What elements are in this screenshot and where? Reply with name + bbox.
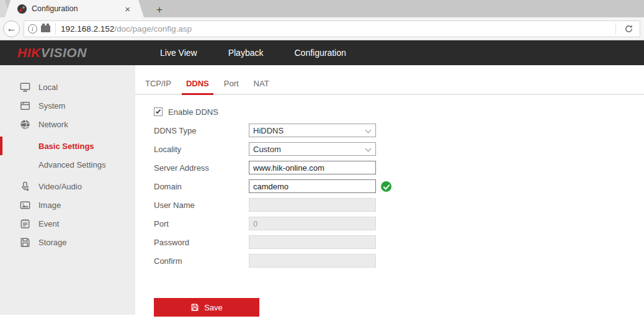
tab-port[interactable]: Port <box>217 74 246 94</box>
tab-title: Configuration <box>32 4 122 13</box>
sidebar-item-label: Video/Audio <box>38 182 82 191</box>
password-row: Password <box>154 235 644 249</box>
port-label: Port <box>154 219 249 228</box>
sidebar-item-label: Image <box>38 201 61 210</box>
back-button[interactable]: ← <box>3 20 20 37</box>
sidebar-item-label: Network <box>38 120 68 129</box>
new-tab-button[interactable]: + <box>150 3 169 17</box>
divider <box>615 23 616 35</box>
app-header: HIKVISION Live View Playback Configurati… <box>0 40 644 65</box>
sidebar-item-video-audio[interactable]: Video/Audio <box>0 177 135 196</box>
content-panel: TCP/IP DDNS Port NAT Enable DDNS DDNS Ty… <box>135 65 644 317</box>
save-disk-icon <box>190 303 199 312</box>
browser-toolbar: ← i 192.168.2.152/doc/page/config.asp <box>0 17 644 40</box>
image-icon <box>19 199 31 211</box>
tab-tcpip[interactable]: TCP/IP <box>138 74 179 94</box>
sidebar-item-label: Basic Settings <box>38 142 94 151</box>
user-name-input <box>249 198 376 212</box>
save-button[interactable]: Save <box>154 298 259 317</box>
user-name-row: User Name <box>154 198 644 212</box>
hikvision-logo: HIKVISION <box>0 45 143 60</box>
reload-button[interactable] <box>621 21 636 36</box>
sidebar-item-network[interactable]: Network <box>0 115 135 133</box>
logo-primary: HIK <box>17 45 41 60</box>
sidebar-item-label: Event <box>38 219 59 228</box>
camera-permission-icon[interactable] <box>41 25 50 32</box>
sidebar-item-advanced-settings[interactable]: Advanced Settings <box>0 155 135 174</box>
ddns-type-select[interactable]: HiDDNS <box>249 124 376 137</box>
sidebar-item-basic-settings[interactable]: Basic Settings <box>0 137 135 155</box>
locality-row: Locality Custom <box>154 142 644 156</box>
favicon-camera-icon <box>17 4 27 14</box>
globe-icon <box>19 118 31 130</box>
server-address-row: Server Address <box>154 161 644 174</box>
locality-value: Custom <box>253 145 281 154</box>
server-address-input[interactable] <box>249 161 376 174</box>
port-row: Port <box>154 217 644 230</box>
browser-window: Configuration × + ← i 192.168.2.152/doc/… <box>0 0 644 334</box>
main-area: Local System <box>0 65 644 317</box>
sidebar-item-label: System <box>38 101 65 111</box>
checkmark-icon <box>156 109 161 114</box>
logo-secondary: VISION <box>41 45 87 60</box>
sidebar-item-label: Advanced Settings <box>38 160 105 169</box>
sidebar: Local System <box>0 65 135 315</box>
url-host: 192.168.2.152 <box>61 24 114 34</box>
enable-ddns-label: Enable DDNS <box>168 107 218 117</box>
chevron-down-icon <box>365 127 372 133</box>
tab-close-icon[interactable]: × <box>122 3 133 15</box>
ddns-type-label: DDNS Type <box>154 126 249 135</box>
ddns-form: Enable DDNS DDNS Type HiDDNS Locality Cu… <box>135 95 644 317</box>
domain-input[interactable] <box>249 179 376 193</box>
save-button-label: Save <box>204 303 223 312</box>
locality-select[interactable]: Custom <box>249 142 376 156</box>
tab-nat[interactable]: NAT <box>246 74 277 94</box>
url-text[interactable]: 192.168.2.152/doc/page/config.asp <box>61 24 192 34</box>
nav-configuration[interactable]: Configuration <box>294 48 346 58</box>
site-info-icon[interactable]: i <box>28 24 37 34</box>
domain-label: Domain <box>154 182 249 191</box>
event-icon <box>19 217 31 230</box>
top-navigation: Live View Playback Configuration <box>160 48 346 58</box>
ddns-type-value: HiDDNS <box>253 126 284 135</box>
window-icon <box>19 99 31 112</box>
sidebar-item-local[interactable]: Local <box>0 78 135 96</box>
domain-row: Domain <box>154 179 644 193</box>
tab-ddns[interactable]: DDNS <box>179 74 217 94</box>
confirm-row: Confirm <box>154 254 644 268</box>
settings-tabbar: TCP/IP DDNS Port NAT <box>135 74 644 95</box>
reload-icon <box>624 24 633 34</box>
server-address-label: Server Address <box>154 163 249 173</box>
confirm-label: Confirm <box>154 256 249 266</box>
sidebar-item-storage[interactable]: Storage <box>0 233 135 251</box>
microphone-icon <box>19 180 31 192</box>
enable-ddns-row: Enable DDNS <box>154 105 644 119</box>
confirm-input <box>249 254 376 268</box>
ddns-type-row: DDNS Type HiDDNS <box>154 124 644 137</box>
sidebar-item-label: Local <box>38 83 58 92</box>
sidebar-item-image[interactable]: Image <box>0 196 135 214</box>
address-bar[interactable]: i 192.168.2.152/doc/page/config.asp <box>24 20 640 37</box>
storage-icon <box>19 236 31 248</box>
user-name-label: User Name <box>154 201 249 210</box>
nav-playback[interactable]: Playback <box>228 48 264 58</box>
enable-ddns-checkbox[interactable] <box>154 107 163 116</box>
locality-label: Locality <box>154 145 249 154</box>
browser-tab[interactable]: Configuration × <box>5 0 144 17</box>
password-input <box>249 235 376 249</box>
sidebar-item-label: Storage <box>38 238 67 247</box>
port-input <box>249 217 376 230</box>
sidebar-item-system[interactable]: System <box>0 96 135 115</box>
valid-check-icon <box>381 181 391 192</box>
sidebar-item-event[interactable]: Event <box>0 214 135 233</box>
divider <box>55 23 56 35</box>
nav-live-view[interactable]: Live View <box>160 48 197 58</box>
password-label: Password <box>154 238 249 247</box>
chevron-down-icon <box>365 146 372 152</box>
monitor-icon <box>19 81 31 93</box>
url-path: /doc/page/config.asp <box>114 24 192 34</box>
browser-tab-strip: Configuration × + <box>0 0 644 17</box>
